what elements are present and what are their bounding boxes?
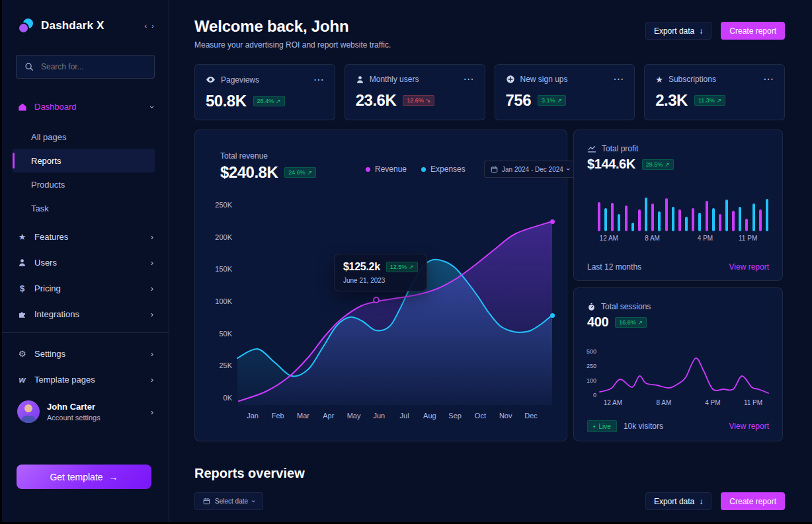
legend-expenses[interactable]: Expenses	[421, 165, 466, 174]
main-content: Welcome back, John Measure your advertis…	[170, 0, 812, 522]
page-subtitle: Measure your advertising ROI and report …	[194, 40, 391, 50]
delta-badge: 3.1%↗	[538, 95, 566, 106]
x-tick: 12 AM	[600, 235, 618, 242]
series-end-dot	[550, 313, 555, 318]
stat-value: 23.6K	[356, 91, 397, 110]
star-icon: ★	[17, 233, 27, 241]
eye-icon	[206, 75, 216, 85]
profile-name: John Carter	[47, 402, 143, 412]
stat-label: Subscriptions	[669, 75, 716, 84]
gear-icon: ⚙	[17, 350, 27, 358]
sidebar-item-reports[interactable]: Reports	[13, 149, 155, 172]
chart-tooltip: $125.2k 12.5%↗ June 21, 2023	[334, 254, 427, 291]
sidebar-item-features[interactable]: ★ Features ›	[2, 229, 169, 244]
create-report-button[interactable]: Create report	[721, 492, 785, 510]
y-tick: 500	[587, 348, 596, 355]
export-data-button[interactable]: Export data ↓	[645, 492, 711, 510]
y-tick: 25K	[219, 361, 232, 369]
delta-badge: 24.6%↗	[284, 167, 316, 178]
profit-bar	[706, 201, 708, 231]
sidebar-item-all-pages[interactable]: All pages	[13, 125, 155, 149]
date-range-label: Jan 2024 - Dec 2024	[502, 166, 563, 173]
line-chart-icon	[587, 144, 596, 153]
home-icon	[17, 102, 27, 112]
sidebar-item-task[interactable]: Task	[13, 196, 155, 220]
card-menu-icon[interactable]: ⋯	[313, 77, 324, 83]
x-tick: Oct	[475, 412, 486, 420]
sidebar-item-pricing[interactable]: $ Pricing ›	[2, 281, 169, 296]
get-template-button[interactable]: Get template →	[17, 465, 151, 489]
select-date-button[interactable]: Select date ›	[194, 492, 263, 510]
y-axis-labels: 5002501000	[579, 351, 596, 394]
trend-arrow-icon: ↗	[409, 264, 414, 270]
date-range-select[interactable]: Jan 2024 - Dec 2024 ›	[484, 161, 577, 178]
y-tick: 100	[587, 377, 596, 384]
trend-arrow-icon: ↗	[638, 319, 643, 326]
sidebar-item-label: Users	[34, 258, 57, 268]
search-box[interactable]	[16, 55, 155, 79]
arrow-down-icon: ↓	[699, 26, 703, 36]
cta-label: Get template	[50, 472, 102, 482]
account-settings-row[interactable]: John Carter Account settings ›	[2, 398, 169, 423]
sidebar-collapse-icon[interactable]: ‹ ›	[145, 22, 155, 30]
x-tick: Aug	[423, 412, 436, 420]
create-report-button[interactable]: Create report	[721, 22, 785, 40]
export-label: Export data	[654, 497, 694, 506]
x-tick: Nov	[499, 412, 512, 420]
create-label: Create report	[729, 26, 776, 36]
trend-arrow-icon: ↗	[717, 97, 722, 104]
profit-bar	[618, 214, 620, 231]
sidebar-item-users[interactable]: Users ›	[2, 255, 169, 270]
search-icon	[24, 62, 34, 71]
legend-label: Expenses	[430, 165, 466, 174]
profit-bar	[739, 207, 741, 231]
profit-bar	[611, 203, 614, 231]
stat-value: 2.3K	[655, 91, 688, 110]
view-report-link[interactable]: View report	[729, 262, 769, 272]
live-badge: •Live	[587, 420, 617, 432]
sub-item-label: Task	[31, 204, 49, 213]
chevron-right-icon: ›	[151, 407, 153, 417]
legend-label: Revenue	[375, 165, 407, 174]
card-menu-icon[interactable]: ⋯	[613, 77, 624, 82]
stat-label: Monthly users	[370, 75, 419, 84]
total-profit-card: Total profit $144.6K 28.5%↗ 12 AM8 AM4 P…	[573, 130, 783, 281]
delta-badge: 11.3%↗	[694, 95, 725, 106]
search-input[interactable]	[40, 61, 146, 72]
revenue-chart-svg	[237, 199, 560, 405]
sidebar-item-settings[interactable]: ⚙ Settings ›	[2, 346, 169, 361]
legend-revenue[interactable]: Revenue	[366, 165, 407, 174]
trend-arrow-icon: ↘	[426, 97, 431, 104]
y-tick: 50K	[219, 330, 232, 338]
x-tick: Jul	[400, 412, 409, 420]
card-menu-icon[interactable]: ⋯	[763, 77, 774, 82]
profit-bar	[645, 198, 647, 231]
y-tick: 150K	[215, 265, 232, 273]
sub-item-label: All pages	[31, 132, 66, 142]
sidebar-item-integrations[interactable]: Integrations ›	[2, 307, 169, 322]
export-data-button[interactable]: Export data ↓	[645, 22, 711, 40]
delta-badge: 28.5%↗	[642, 159, 674, 170]
profit-bar	[752, 204, 755, 231]
revenue-title: Total revenue	[220, 151, 268, 161]
select-date-label: Select date	[215, 498, 248, 505]
sidebar-item-dashboard[interactable]: Dashboard ›	[2, 99, 169, 114]
x-tick: Feb	[272, 412, 284, 420]
x-axis-labels: JanFebMarAprMayJunJulAugSepOctNovDec	[237, 412, 560, 421]
sidebar-item-template-pages[interactable]: w Template pages ›	[2, 372, 169, 387]
sidebar-item-products[interactable]: Products	[13, 172, 155, 196]
chevron-right-icon: ›	[151, 233, 153, 241]
revenue-chart-plot: $125.2k 12.5%↗ June 21, 2023	[237, 199, 560, 405]
view-report-link[interactable]: View report	[729, 422, 769, 431]
create-label: Create report	[729, 497, 776, 506]
profit-value: $144.6K	[587, 157, 635, 172]
screenshot-frame: Dashdark X ‹ › Dashboard › All pages Rep…	[0, 0, 812, 524]
card-menu-icon[interactable]: ⋯	[464, 77, 474, 82]
user-icon	[356, 75, 364, 84]
plus-circle-icon	[506, 75, 515, 84]
profit-bar	[685, 217, 688, 231]
sidebar: Dashdark X ‹ › Dashboard › All pages Rep…	[2, 0, 169, 522]
calendar-icon	[203, 498, 210, 505]
x-tick: Apr	[323, 412, 334, 420]
profile-subtitle: Account settings	[47, 414, 143, 422]
